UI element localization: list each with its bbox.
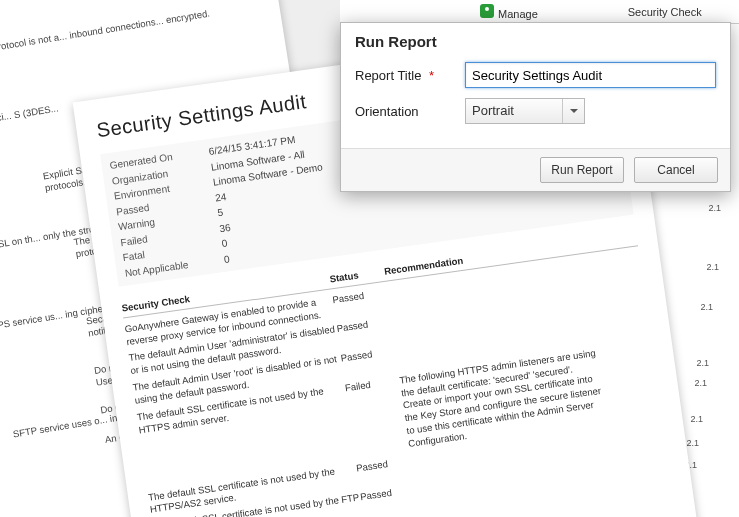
run-report-button[interactable]: Run Report [540, 157, 624, 183]
logo-icon [480, 4, 494, 18]
app-header: Manage Security Check [340, 0, 739, 24]
label-text: Report Title [355, 68, 421, 83]
chevron-down-icon [562, 99, 584, 123]
report-title-label: Report Title * [355, 68, 465, 83]
required-asterisk: * [429, 68, 434, 83]
report-title-input[interactable] [465, 62, 716, 88]
dialog-title: Run Report [341, 23, 730, 58]
page-number: 2.1 [708, 203, 721, 213]
page-number: 2.1 [694, 378, 707, 388]
run-report-dialog: Run Report Report Title * Orientation Po… [340, 22, 731, 192]
page-number: 2.1 [686, 438, 699, 448]
col-status: Status [329, 266, 385, 286]
brand: Manage [480, 4, 538, 20]
snippet: HTTPS... rong ci... S (3DES... [0, 102, 59, 134]
nav-item-security-check[interactable]: Security Check [628, 6, 702, 18]
brand-label: Manage [498, 8, 538, 20]
dialog-footer: Run Report Cancel [341, 148, 730, 191]
snippet: FTP protocol is not a... inbound connect… [0, 8, 211, 58]
page-number: 2.1 [706, 262, 719, 272]
cancel-button[interactable]: Cancel [634, 157, 718, 183]
page-number: 2.1 [700, 302, 713, 312]
dialog-body: Report Title * Orientation Portrait [341, 58, 730, 148]
orientation-label: Orientation [355, 104, 465, 119]
page-number: 2.1 [696, 358, 709, 368]
orientation-value: Portrait [466, 99, 562, 123]
orientation-select[interactable]: Portrait [465, 98, 585, 124]
page-number: 2.1 [690, 414, 703, 424]
